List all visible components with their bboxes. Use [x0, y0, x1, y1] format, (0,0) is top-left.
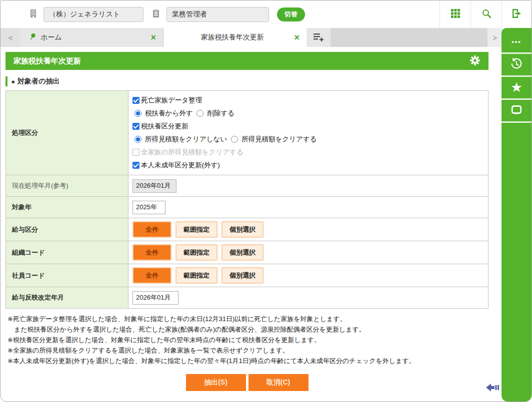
form-row-reflect-month: 給与反映改定年月: [6, 287, 488, 309]
building-icon: [28, 8, 38, 20]
logout-icon: [511, 8, 523, 20]
radio-remove-from-tax-dependent[interactable]: 税扶養から外す: [134, 109, 192, 118]
clipboard-icon: [152, 8, 160, 20]
radio-clear-income-estimate[interactable]: 所得見積額をクリアする: [231, 135, 316, 144]
application-window: 切替 < ホーム: [0, 0, 532, 402]
radio-label: 所得見積額をクリアする: [242, 135, 316, 144]
more-menu-button[interactable]: •••: [502, 31, 532, 54]
history-icon: [510, 57, 524, 72]
ellipsis-icon: •••: [512, 38, 522, 45]
note-line: ※死亡家族データ整理を選択した場合、対象年に指定した年の末日(12月31日)以前…: [8, 314, 488, 324]
radio-label: 税扶養から外す: [145, 109, 192, 118]
collapse-arrow-icon: [484, 387, 500, 395]
salary-individual-button[interactable]: 個別選択: [222, 221, 264, 238]
pin-icon: [30, 33, 36, 42]
tab-family-tax-update[interactable]: 家族税扶養年次更新 ×: [164, 28, 306, 47]
apps-menu-button[interactable]: [440, 0, 470, 28]
tab-scroll-left-button[interactable]: <: [0, 28, 20, 47]
extraction-form: 処理区分 死亡家族データ整理 税扶養から外す: [6, 90, 488, 309]
row-label: 給与区分: [6, 218, 128, 241]
collapse-panel-button[interactable]: [484, 382, 500, 395]
page-title: 家族税扶養年次更新: [14, 56, 81, 66]
tab-bar: < ホーム × 家族税扶養年次更新 × >: [0, 28, 502, 47]
radio-selected-icon: [134, 110, 142, 117]
checkbox-minor-flag-update[interactable]: 本人未成年区分更新(外す): [132, 161, 220, 170]
tab-scroll-right-button[interactable]: >: [488, 28, 502, 47]
checkbox-dead-family-cleanup[interactable]: 死亡家族データ整理: [132, 96, 202, 105]
add-tab-icon: [313, 32, 324, 43]
search-button[interactable]: [470, 0, 502, 28]
radio-keep-income-estimate[interactable]: 所得見積額をクリアしない: [134, 135, 227, 144]
star-icon: ★: [510, 81, 522, 94]
radio-selected-icon: [134, 136, 142, 143]
logout-button[interactable]: [502, 0, 532, 28]
checkbox-label: 税扶養区分更新: [141, 122, 188, 131]
salary-all-button[interactable]: 全件: [132, 221, 172, 238]
tab-label: 家族税扶養年次更新: [172, 33, 292, 42]
form-row-target-year: 対象年: [6, 197, 488, 218]
row-label: 組織コード: [6, 241, 128, 264]
checkbox-checked-icon: [132, 123, 140, 130]
employee-individual-button[interactable]: 個別選択: [222, 267, 264, 284]
checkbox-unchecked-icon: [132, 149, 140, 156]
square-bullet-icon: ■: [12, 79, 14, 84]
note-line: ※全家族の所得見積額をクリアするを選択した場合、対象家族を一覧で表示せずクリアし…: [8, 345, 488, 356]
history-button[interactable]: [502, 54, 532, 77]
radio-label: 所得見積額をクリアしない: [145, 135, 227, 144]
form-row-employee-code: 社員コード 全件 範囲指定 個別選択: [6, 264, 488, 287]
row-label: 対象年: [6, 197, 128, 218]
note-line: ※税扶養区分更新を選択した場合、対象年に指定した年の翌年末時点の年齢にて税扶養区…: [8, 335, 488, 345]
top-bar-actions: [440, 0, 532, 28]
add-tab-button[interactable]: [306, 28, 330, 47]
org-range-button[interactable]: 範囲指定: [176, 244, 218, 261]
tab-close-icon[interactable]: ×: [292, 32, 302, 43]
current-month-input: [132, 179, 176, 193]
employee-all-button[interactable]: 全件: [132, 267, 172, 284]
extract-button[interactable]: 抽出(S): [186, 374, 246, 391]
note-line: また税扶養区分から外すを選択した場合、死亡した家族(配偶者のみ)の配偶者区分、源…: [8, 324, 488, 335]
form-row-org-code: 組織コード 全件 範囲指定 個別選択: [6, 241, 488, 264]
memo-button[interactable]: [502, 100, 532, 123]
tab-close-icon[interactable]: ×: [148, 32, 158, 43]
switch-button[interactable]: 切替: [277, 7, 305, 21]
radio-label: 削除する: [207, 109, 234, 118]
action-buttons: 抽出(S) 取消(C): [6, 374, 488, 391]
org-all-button[interactable]: 全件: [132, 244, 172, 261]
tab-label: ホーム: [40, 33, 62, 42]
memo-icon: [510, 103, 524, 118]
row-label: 処理区分: [6, 91, 128, 175]
radio-unselected-icon: [231, 136, 238, 143]
cancel-button[interactable]: 取消(C): [248, 374, 308, 391]
checkbox-clear-all-family-income: 全家族の所得見積額をクリアする: [132, 148, 244, 157]
form-row-current-month: 現在処理年月(参考): [6, 175, 488, 197]
org-individual-button[interactable]: 個別選択: [222, 244, 264, 261]
checkbox-checked-icon: [132, 97, 140, 104]
reflect-month-input[interactable]: [132, 291, 178, 305]
checkbox-tax-dependent-update[interactable]: 税扶養区分更新: [132, 122, 188, 131]
tab-home[interactable]: ホーム ×: [20, 28, 164, 47]
company-input[interactable]: [44, 7, 144, 22]
org-code-selector: 全件 範囲指定 個別選択: [132, 244, 484, 261]
right-sidebar-rail: ••• ★: [502, 28, 532, 402]
form-row-processing: 処理区分 死亡家族データ整理 税扶養から外す: [6, 91, 488, 175]
gear-icon: [470, 55, 480, 67]
row-label: 社員コード: [6, 264, 128, 287]
checkbox-label: 死亡家族データ整理: [141, 96, 202, 105]
chevron-right-icon: >: [493, 33, 498, 42]
employee-range-button[interactable]: 範囲指定: [176, 267, 218, 284]
form-row-salary-class: 給与区分 全件 範囲指定 個別選択: [6, 218, 488, 241]
radio-delete[interactable]: 削除する: [196, 109, 234, 118]
checkbox-checked-icon: [132, 162, 140, 169]
grid-icon: [450, 8, 461, 20]
target-year-input[interactable]: [132, 201, 166, 214]
processing-options: 死亡家族データ整理 税扶養から外す 削除する: [128, 91, 488, 175]
salary-range-button[interactable]: 範囲指定: [176, 221, 218, 238]
section-title: 対象者の抽出: [18, 77, 60, 86]
top-bar: 切替: [0, 0, 532, 28]
settings-button[interactable]: [470, 55, 480, 67]
role-input[interactable]: [166, 7, 269, 22]
checkbox-label: 本人未成年区分更新(外す): [141, 161, 220, 170]
main-content: 家族税扶養年次更新 ■ 対象者の抽出 処理区分 死亡家族データ整理: [0, 47, 502, 391]
chevron-left-icon: <: [8, 33, 13, 42]
favorites-button[interactable]: ★: [502, 77, 532, 100]
